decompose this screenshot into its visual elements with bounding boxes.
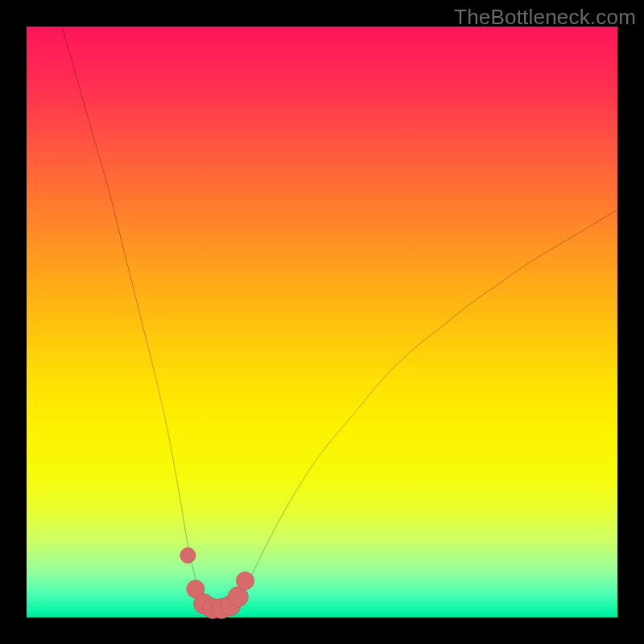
plot-area bbox=[27, 27, 617, 617]
optimal-marker bbox=[180, 547, 196, 563]
bottleneck-curve bbox=[62, 27, 617, 610]
bottleneck-curve-svg bbox=[27, 27, 617, 617]
optimal-marker bbox=[237, 572, 254, 589]
chart-frame: TheBottleneck.com bbox=[0, 0, 644, 644]
optimal-range-markers bbox=[180, 547, 254, 618]
